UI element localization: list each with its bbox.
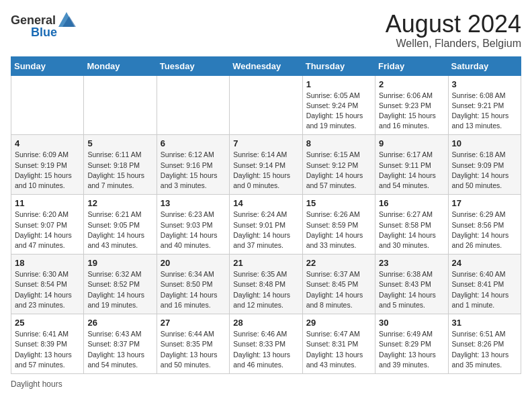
calendar-cell: 15Sunrise: 6:26 AM Sunset: 8:59 PM Dayli…	[302, 195, 375, 255]
day-info: Sunrise: 6:06 AM Sunset: 9:23 PM Dayligh…	[379, 91, 444, 132]
day-info: Sunrise: 6:46 AM Sunset: 8:33 PM Dayligh…	[233, 329, 298, 370]
calendar-cell: 10Sunrise: 6:18 AM Sunset: 9:09 PM Dayli…	[448, 135, 521, 195]
day-info: Sunrise: 6:47 AM Sunset: 8:31 PM Dayligh…	[306, 329, 371, 370]
day-number: 24	[452, 258, 517, 268]
day-info: Sunrise: 6:41 AM Sunset: 8:39 PM Dayligh…	[15, 329, 80, 370]
day-info: Sunrise: 6:34 AM Sunset: 8:50 PM Dayligh…	[161, 269, 226, 310]
calendar-cell	[230, 75, 302, 135]
day-info: Sunrise: 6:12 AM Sunset: 9:16 PM Dayligh…	[161, 150, 226, 191]
day-info: Sunrise: 6:40 AM Sunset: 8:41 PM Dayligh…	[452, 269, 517, 310]
day-number: 6	[161, 138, 226, 148]
day-number: 16	[379, 198, 444, 208]
day-number: 29	[306, 318, 371, 328]
logo-text-blue: Blue	[31, 26, 57, 40]
logo-icon	[57, 11, 76, 30]
calendar-cell: 16Sunrise: 6:27 AM Sunset: 8:58 PM Dayli…	[375, 195, 448, 255]
calendar-cell: 19Sunrise: 6:32 AM Sunset: 8:52 PM Dayli…	[84, 255, 157, 314]
day-info: Sunrise: 6:08 AM Sunset: 9:21 PM Dayligh…	[452, 91, 517, 132]
calendar-cell: 14Sunrise: 6:24 AM Sunset: 9:01 PM Dayli…	[230, 195, 302, 255]
day-number: 17	[452, 198, 517, 208]
week-row-4: 18Sunrise: 6:30 AM Sunset: 8:54 PM Dayli…	[11, 255, 521, 314]
calendar-cell: 9Sunrise: 6:17 AM Sunset: 9:11 PM Daylig…	[375, 135, 448, 195]
day-info: Sunrise: 6:37 AM Sunset: 8:45 PM Dayligh…	[306, 269, 371, 310]
day-info: Sunrise: 6:27 AM Sunset: 8:58 PM Dayligh…	[379, 210, 444, 250]
calendar-cell: 6Sunrise: 6:12 AM Sunset: 9:16 PM Daylig…	[157, 135, 229, 195]
day-number: 10	[452, 138, 517, 148]
day-info: Sunrise: 6:05 AM Sunset: 9:24 PM Dayligh…	[306, 91, 371, 132]
day-number: 13	[161, 198, 226, 208]
day-info: Sunrise: 6:14 AM Sunset: 9:14 PM Dayligh…	[233, 150, 298, 191]
day-number: 12	[87, 198, 152, 208]
day-info: Sunrise: 6:09 AM Sunset: 9:19 PM Dayligh…	[15, 150, 80, 191]
calendar-cell: 11Sunrise: 6:20 AM Sunset: 9:07 PM Dayli…	[11, 195, 84, 255]
day-number: 19	[87, 258, 152, 268]
day-info: Sunrise: 6:29 AM Sunset: 8:56 PM Dayligh…	[452, 210, 517, 250]
logo: General Blue	[11, 11, 77, 40]
day-header-friday: Friday	[375, 56, 448, 75]
location-title: Wellen, Flanders, Belgium	[386, 38, 521, 50]
day-number: 31	[452, 318, 517, 328]
day-number: 14	[233, 198, 298, 208]
calendar-cell: 2Sunrise: 6:06 AM Sunset: 9:23 PM Daylig…	[375, 75, 448, 135]
footer-note: Daylight hours	[11, 379, 521, 389]
calendar-cell: 20Sunrise: 6:34 AM Sunset: 8:50 PM Dayli…	[157, 255, 229, 314]
day-info: Sunrise: 6:24 AM Sunset: 9:01 PM Dayligh…	[233, 210, 298, 250]
day-info: Sunrise: 6:43 AM Sunset: 8:37 PM Dayligh…	[87, 329, 152, 370]
calendar-cell: 17Sunrise: 6:29 AM Sunset: 8:56 PM Dayli…	[448, 195, 521, 255]
calendar-cell	[11, 75, 84, 135]
day-info: Sunrise: 6:11 AM Sunset: 9:18 PM Dayligh…	[87, 150, 152, 191]
day-number: 9	[379, 138, 444, 148]
calendar-cell: 4Sunrise: 6:09 AM Sunset: 9:19 PM Daylig…	[11, 135, 84, 195]
week-row-1: 1Sunrise: 6:05 AM Sunset: 9:24 PM Daylig…	[11, 75, 521, 135]
calendar-cell: 31Sunrise: 6:51 AM Sunset: 8:26 PM Dayli…	[448, 314, 521, 374]
calendar-cell: 18Sunrise: 6:30 AM Sunset: 8:54 PM Dayli…	[11, 255, 84, 314]
calendar-cell	[157, 75, 229, 135]
calendar-table: SundayMondayTuesdayWednesdayThursdayFrid…	[11, 56, 521, 374]
calendar-cell: 30Sunrise: 6:49 AM Sunset: 8:29 PM Dayli…	[375, 314, 448, 374]
day-info: Sunrise: 6:32 AM Sunset: 8:52 PM Dayligh…	[87, 269, 152, 310]
day-number: 15	[306, 198, 371, 208]
calendar-cell: 5Sunrise: 6:11 AM Sunset: 9:18 PM Daylig…	[84, 135, 157, 195]
day-info: Sunrise: 6:35 AM Sunset: 8:48 PM Dayligh…	[233, 269, 298, 310]
day-number: 4	[15, 138, 80, 148]
calendar-cell: 27Sunrise: 6:44 AM Sunset: 8:35 PM Dayli…	[157, 314, 229, 374]
day-info: Sunrise: 6:26 AM Sunset: 8:59 PM Dayligh…	[306, 210, 371, 250]
calendar-cell: 7Sunrise: 6:14 AM Sunset: 9:14 PM Daylig…	[230, 135, 302, 195]
day-number: 20	[161, 258, 226, 268]
day-info: Sunrise: 6:49 AM Sunset: 8:29 PM Dayligh…	[379, 329, 444, 370]
day-number: 3	[452, 79, 517, 89]
day-header-sunday: Sunday	[11, 56, 84, 75]
day-number: 25	[15, 318, 80, 328]
day-number: 18	[15, 258, 80, 268]
day-header-tuesday: Tuesday	[157, 56, 229, 75]
day-info: Sunrise: 6:20 AM Sunset: 9:07 PM Dayligh…	[15, 210, 80, 250]
calendar-cell: 21Sunrise: 6:35 AM Sunset: 8:48 PM Dayli…	[230, 255, 302, 314]
day-info: Sunrise: 6:15 AM Sunset: 9:12 PM Dayligh…	[306, 150, 371, 191]
calendar-cell: 8Sunrise: 6:15 AM Sunset: 9:12 PM Daylig…	[302, 135, 375, 195]
calendar-cell: 13Sunrise: 6:23 AM Sunset: 9:03 PM Dayli…	[157, 195, 229, 255]
calendar-cell: 3Sunrise: 6:08 AM Sunset: 9:21 PM Daylig…	[448, 75, 521, 135]
day-number: 21	[233, 258, 298, 268]
daylight-note: Daylight hours	[11, 379, 62, 389]
day-header-wednesday: Wednesday	[230, 56, 302, 75]
day-info: Sunrise: 6:21 AM Sunset: 9:05 PM Dayligh…	[87, 210, 152, 250]
calendar-header-row: SundayMondayTuesdayWednesdayThursdayFrid…	[11, 56, 521, 75]
day-header-saturday: Saturday	[448, 56, 521, 75]
calendar-cell: 29Sunrise: 6:47 AM Sunset: 8:31 PM Dayli…	[302, 314, 375, 374]
week-row-2: 4Sunrise: 6:09 AM Sunset: 9:19 PM Daylig…	[11, 135, 521, 195]
day-info: Sunrise: 6:17 AM Sunset: 9:11 PM Dayligh…	[379, 150, 444, 191]
day-info: Sunrise: 6:30 AM Sunset: 8:54 PM Dayligh…	[15, 269, 80, 310]
day-number: 23	[379, 258, 444, 268]
day-header-monday: Monday	[84, 56, 157, 75]
calendar-cell	[84, 75, 157, 135]
day-info: Sunrise: 6:23 AM Sunset: 9:03 PM Dayligh…	[161, 210, 226, 250]
calendar-cell: 22Sunrise: 6:37 AM Sunset: 8:45 PM Dayli…	[302, 255, 375, 314]
page-header: General Blue August 2024 Wellen, Flander…	[11, 11, 521, 50]
calendar-cell: 24Sunrise: 6:40 AM Sunset: 8:41 PM Dayli…	[448, 255, 521, 314]
day-info: Sunrise: 6:44 AM Sunset: 8:35 PM Dayligh…	[161, 329, 226, 370]
day-number: 22	[306, 258, 371, 268]
title-block: August 2024 Wellen, Flanders, Belgium	[386, 11, 521, 50]
day-number: 27	[161, 318, 226, 328]
day-number: 26	[87, 318, 152, 328]
day-number: 8	[306, 138, 371, 148]
